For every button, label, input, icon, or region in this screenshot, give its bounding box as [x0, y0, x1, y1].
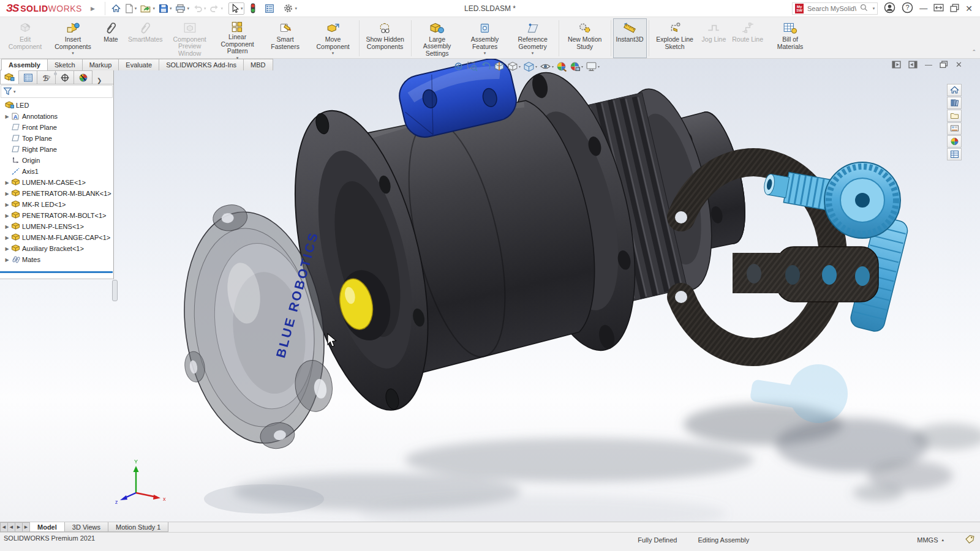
panel-splitter-handle[interactable] — [112, 280, 118, 301]
assembly-features-button[interactable]: Assembly Features ▾ — [461, 18, 509, 58]
new-motion-study-button[interactable]: New Motion Study — [561, 18, 609, 58]
tab-model[interactable]: Model — [29, 522, 65, 532]
tree-item-lumen-m-case[interactable]: ▶ LUMEN-M-CASE<1> — [0, 177, 113, 188]
edit-component-button[interactable]: Edit Component — [1, 18, 49, 58]
tree-item-mk-r-led[interactable]: ▶ MK-R LED<1> — [0, 199, 113, 210]
show-hidden-components-button[interactable]: Show Hidden Components — [361, 18, 409, 58]
route-line-button[interactable]: Route Line — [729, 18, 766, 58]
units-selector[interactable]: MMGS ▴ — [917, 536, 944, 544]
tree-item-mates[interactable]: ▶ Mates — [0, 254, 113, 265]
smart-fasteners-button[interactable]: Smart Fasteners — [262, 18, 309, 58]
feature-manager-tabs-more[interactable]: ❯ — [97, 77, 102, 84]
logo-expand-arrow-icon[interactable]: ▶ — [91, 6, 95, 12]
minimize-document-button[interactable]: — — [925, 61, 932, 69]
reference-geometry-button[interactable]: Reference Geometry ▾ — [509, 18, 557, 58]
tree-item-lumen-m-flange-cap[interactable]: ▶ LUMEN-M-FLANGE-CAP<1> — [0, 232, 113, 243]
span-displays-button[interactable] — [933, 3, 944, 13]
large-assembly-settings-button[interactable]: Large Assembly Settings — [413, 18, 461, 58]
options-list-icon[interactable] — [263, 2, 276, 15]
open-button[interactable]: ▾ — [138, 2, 157, 15]
tab-motion-study-1[interactable]: Motion Study 1 — [108, 522, 168, 532]
home-button[interactable] — [109, 2, 123, 15]
bill-of-materials-button[interactable]: Bill of Materials — [766, 18, 814, 58]
previous-view-icon[interactable] — [480, 61, 491, 72]
expand-arrow-icon[interactable]: ▶ — [4, 114, 10, 119]
restore-window-button[interactable] — [950, 4, 959, 13]
tree-item-root[interactable]: LED — [0, 100, 113, 111]
collapse-pane-left-icon[interactable] — [892, 61, 901, 69]
rebuild-traffic-light-icon[interactable] — [248, 2, 258, 15]
expand-arrow-icon[interactable]: ▶ — [4, 202, 10, 208]
collapse-pane-right-icon[interactable] — [908, 61, 918, 69]
design-library-button[interactable] — [947, 97, 962, 109]
smartmates-button[interactable]: SmartMates — [125, 18, 166, 58]
close-window-button[interactable]: ✕ — [965, 4, 973, 13]
tree-filter-bar[interactable]: ▾ — [1, 85, 113, 98]
tab-sketch[interactable]: Sketch — [47, 59, 83, 70]
restore-document-button[interactable] — [940, 61, 948, 69]
search-input[interactable] — [807, 5, 856, 12]
expand-arrow-icon[interactable]: ▶ — [4, 224, 10, 230]
tab-evaluate[interactable]: Evaluate — [118, 59, 159, 70]
select-tool-button[interactable]: ▾ — [228, 2, 245, 15]
help-icon[interactable]: ? — [902, 2, 913, 15]
expand-arrow-icon[interactable]: ▶ — [4, 246, 10, 252]
expand-arrow-icon[interactable]: ▶ — [4, 257, 10, 263]
component-preview-window-button[interactable]: Component Preview Window — [166, 18, 214, 58]
displaymanager-tab[interactable] — [74, 70, 92, 84]
new-document-button[interactable]: ▾ — [123, 2, 139, 15]
dimxpertmanager-tab[interactable] — [55, 70, 74, 84]
undo-button[interactable]: ▾ — [191, 2, 208, 15]
tree-item-penetrator-m-bolt[interactable]: ▶ PENETRATOR-M-BOLT<1> — [0, 210, 113, 221]
rollback-bar[interactable] — [0, 271, 113, 273]
propertymanager-tab[interactable] — [18, 70, 37, 84]
print-button[interactable]: ▾ — [173, 2, 191, 15]
tree-item-origin[interactable]: Origin — [0, 155, 113, 166]
explode-line-sketch-button[interactable]: Explode Line Sketch — [651, 18, 699, 58]
zoom-to-fit-icon[interactable] — [453, 61, 464, 72]
tab-solidworks-add-ins[interactable]: SOLIDWORKS Add-Ins — [159, 59, 244, 70]
status-tag-icon[interactable] — [965, 534, 975, 545]
file-explorer-button[interactable] — [947, 110, 962, 122]
tree-item-front-plane[interactable]: Front Plane — [0, 122, 113, 133]
tree-item-annotations[interactable]: ▶ A Annotations — [0, 111, 113, 122]
linear-component-pattern-button[interactable]: Linear Component Pattern ▾ — [214, 18, 262, 58]
tree-item-right-plane[interactable]: Right Plane — [0, 144, 113, 155]
featuremanager-tree-tab[interactable] — [0, 70, 19, 84]
minimize-window-button[interactable]: — — [919, 4, 927, 13]
tab-assembly[interactable]: Assembly — [1, 59, 48, 70]
close-document-button[interactable]: ✕ — [956, 60, 962, 69]
view-orientation-icon[interactable]: ▾ — [523, 61, 537, 72]
search-icon[interactable] — [860, 4, 868, 13]
search-options-caret[interactable]: ▾ — [873, 6, 875, 11]
tree-item-top-plane[interactable]: Top Plane — [0, 133, 113, 144]
graphics-viewport[interactable]: BLUE ROBOTICS — [0, 59, 980, 522]
tree-item-auxiliary-bracket[interactable]: ▶ Auxiliary Bracket<1> — [0, 243, 113, 254]
home-tab-button[interactable] — [947, 84, 962, 96]
settings-gear-button[interactable]: ▾ — [281, 2, 299, 15]
account-icon[interactable] — [884, 2, 895, 15]
move-component-button[interactable]: Move Component ▾ — [309, 18, 357, 58]
custom-properties-button[interactable] — [947, 148, 962, 160]
tab-mbd[interactable]: MBD — [243, 59, 273, 70]
tab-markup[interactable]: Markup — [82, 59, 119, 70]
jog-line-button[interactable]: Jog Line — [699, 18, 729, 58]
section-view-icon[interactable] — [494, 61, 505, 72]
tree-item-lumen-p-lens[interactable]: ▶ LUMEN-P-LENS<1> — [0, 221, 113, 232]
insert-components-button[interactable]: Insert Components ▾ — [49, 18, 97, 58]
tree-item-axis1[interactable]: Axis1 — [0, 166, 113, 177]
mate-button[interactable]: Mate — [97, 18, 125, 58]
edit-appearance-icon[interactable] — [556, 61, 567, 72]
save-button[interactable]: ▾ — [157, 2, 174, 15]
expand-arrow-icon[interactable]: ▶ — [4, 180, 10, 186]
zoom-to-area-icon[interactable] — [467, 61, 478, 72]
instant3d-button[interactable]: Instant3D — [613, 18, 647, 58]
apply-scene-icon[interactable]: ▾ — [570, 61, 583, 72]
tab-3d-views[interactable]: 3D Views — [64, 522, 108, 532]
view-settings-icon[interactable]: ▾ — [586, 61, 600, 72]
expand-arrow-icon[interactable]: ▶ — [4, 213, 10, 219]
expand-arrow-icon[interactable]: ▶ — [4, 191, 10, 197]
configurationmanager-tab[interactable]: ℬ — [37, 70, 56, 84]
expand-arrow-icon[interactable]: ▶ — [4, 235, 10, 241]
hide-show-items-icon[interactable]: ▾ — [540, 61, 554, 72]
